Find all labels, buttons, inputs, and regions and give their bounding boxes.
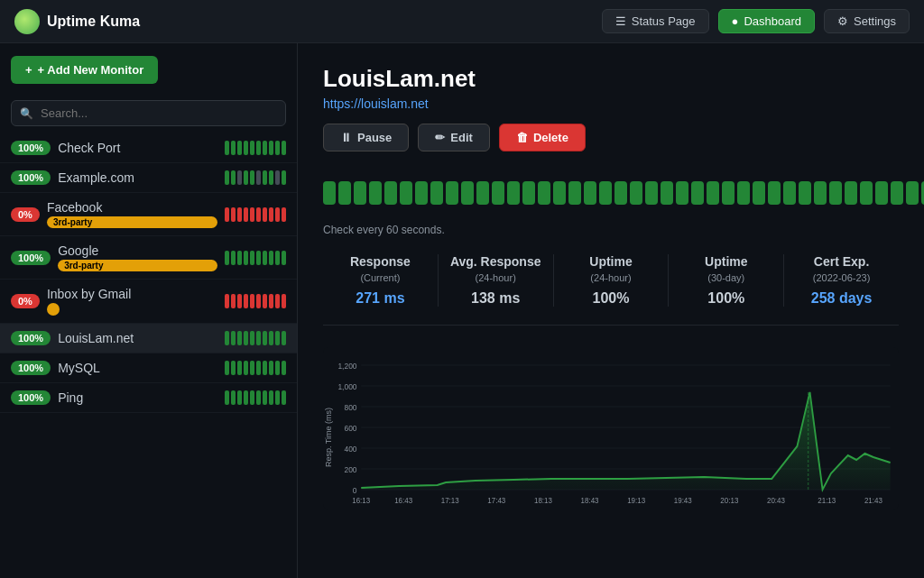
notification-dot bbox=[47, 303, 60, 316]
bar bbox=[244, 141, 248, 155]
status-pill bbox=[630, 181, 642, 205]
status-pill bbox=[860, 181, 873, 205]
bar bbox=[237, 331, 242, 345]
stat-label: Cert Exp. bbox=[795, 254, 888, 269]
settings-button[interactable]: ⚙ Settings bbox=[824, 9, 910, 33]
monitor-item-ping[interactable]: 100%Ping bbox=[0, 383, 297, 413]
action-buttons: ⏸ Pause ✏ Edit 🗑 Delete bbox=[323, 124, 899, 151]
bar bbox=[263, 170, 267, 185]
stat-sub: (2022-06-23) bbox=[795, 272, 888, 283]
bar bbox=[256, 361, 261, 375]
status-pill bbox=[354, 181, 366, 205]
status-pills bbox=[323, 181, 924, 205]
status-pill bbox=[875, 181, 888, 205]
sidebar-header: + + Add New Monitor bbox=[0, 43, 297, 93]
bar bbox=[250, 294, 254, 308]
bar bbox=[231, 251, 236, 265]
status-pill bbox=[415, 181, 428, 205]
svg-text:800: 800 bbox=[344, 403, 356, 412]
bar bbox=[250, 331, 254, 345]
bar bbox=[256, 170, 261, 185]
svg-text:400: 400 bbox=[344, 445, 356, 454]
delete-button[interactable]: 🗑 Delete bbox=[499, 124, 586, 151]
bar bbox=[269, 331, 273, 345]
status-pill bbox=[553, 181, 566, 205]
stat-item: Avg. Response (24-hour) 138 ms bbox=[439, 254, 554, 307]
status-pill bbox=[568, 181, 581, 205]
bar bbox=[237, 170, 242, 185]
search-icon: 🔍 bbox=[20, 107, 33, 120]
edit-button[interactable]: ✏ Edit bbox=[418, 124, 490, 151]
bar bbox=[225, 294, 229, 308]
status-pill bbox=[753, 181, 765, 205]
status-pill bbox=[707, 181, 719, 205]
status-page-button[interactable]: ☰ Status Page bbox=[602, 9, 709, 33]
status-badge: 100% bbox=[11, 251, 51, 265]
svg-text:17:13: 17:13 bbox=[441, 497, 459, 505]
bar bbox=[244, 251, 248, 265]
plus-icon: + bbox=[25, 63, 32, 77]
monitor-url[interactable]: https://louislam.net bbox=[323, 96, 899, 111]
bar bbox=[256, 331, 261, 345]
mini-bars bbox=[225, 390, 286, 405]
status-badge: 100% bbox=[11, 331, 51, 345]
monitor-item-check-port[interactable]: 100%Check Port bbox=[0, 133, 297, 163]
status-badge: 0% bbox=[11, 294, 40, 308]
bar bbox=[282, 331, 286, 345]
bar bbox=[250, 170, 254, 185]
topnav-actions: ☰ Status Page ● Dashboard ⚙ Settings bbox=[602, 9, 910, 33]
monitor-item-google[interactable]: 100%Google3rd-party bbox=[0, 236, 297, 280]
pause-button[interactable]: ⏸ Pause bbox=[323, 124, 409, 151]
bar bbox=[237, 251, 242, 265]
status-pill bbox=[722, 181, 735, 205]
status-pill bbox=[323, 181, 336, 205]
topnav: Uptime Kuma ☰ Status Page ● Dashboard ⚙ … bbox=[0, 0, 924, 43]
status-badge: 100% bbox=[11, 170, 51, 185]
monitor-item-facebook[interactable]: 0%Facebook3rd-party bbox=[0, 193, 297, 236]
monitor-name: Example.com bbox=[58, 170, 217, 185]
search-input[interactable] bbox=[11, 100, 286, 126]
bar bbox=[282, 141, 286, 155]
bar bbox=[256, 390, 261, 405]
bar bbox=[256, 141, 261, 155]
bar bbox=[250, 361, 254, 375]
bar bbox=[225, 331, 229, 345]
monitor-item-mysql[interactable]: 100%MySQL bbox=[0, 353, 297, 383]
monitor-item-inbox-by-gmail[interactable]: 0%Inbox by Gmail bbox=[0, 280, 297, 324]
bar bbox=[275, 207, 280, 222]
status-pill bbox=[645, 181, 658, 205]
logo-icon bbox=[14, 9, 40, 34]
monitor-name: Google bbox=[58, 243, 217, 258]
bar bbox=[275, 361, 280, 375]
bar bbox=[250, 207, 254, 222]
stat-sub: (24-hour) bbox=[565, 272, 658, 283]
monitor-item-example-com[interactable]: 100%Example.com bbox=[0, 163, 297, 193]
bar bbox=[282, 361, 286, 375]
bar bbox=[237, 361, 242, 375]
monitor-name: Facebook bbox=[47, 200, 217, 215]
status-page-icon: ☰ bbox=[615, 14, 626, 28]
monitor-name-wrap: Facebook3rd-party bbox=[47, 200, 217, 228]
status-pill bbox=[676, 181, 688, 205]
bar bbox=[244, 170, 248, 185]
status-pill bbox=[768, 181, 781, 205]
status-pill bbox=[691, 181, 704, 205]
svg-text:600: 600 bbox=[344, 424, 356, 433]
svg-text:19:13: 19:13 bbox=[627, 497, 645, 505]
bar bbox=[237, 207, 242, 222]
bar bbox=[269, 141, 273, 155]
svg-text:21:43: 21:43 bbox=[864, 497, 882, 505]
add-monitor-button[interactable]: + + Add New Monitor bbox=[11, 56, 158, 84]
mini-bars bbox=[225, 170, 286, 185]
bar bbox=[275, 170, 280, 185]
status-pill bbox=[906, 181, 919, 205]
status-pill bbox=[891, 181, 903, 205]
stat-item: Response (Current) 271 ms bbox=[323, 254, 439, 307]
dashboard-button[interactable]: ● Dashboard bbox=[718, 9, 815, 33]
svg-text:18:13: 18:13 bbox=[534, 497, 552, 505]
stat-item: Uptime (24-hour) 100% bbox=[554, 254, 670, 307]
bar bbox=[250, 141, 254, 155]
monitor-item-louislam-net[interactable]: 100%LouisLam.net bbox=[0, 324, 297, 353]
monitor-title: LouisLam.net bbox=[323, 65, 899, 93]
main-layout: + + Add New Monitor 🔍 100%Check Port100%… bbox=[0, 43, 924, 578]
